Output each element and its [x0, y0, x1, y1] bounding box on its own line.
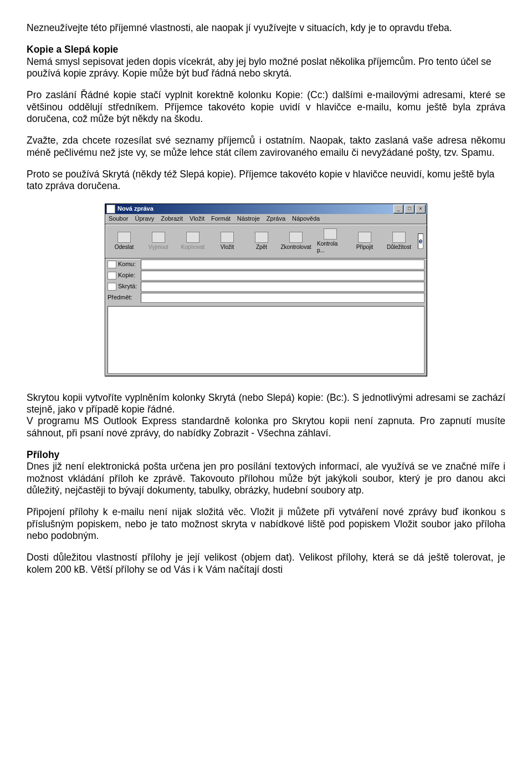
- paste-icon: [221, 232, 234, 243]
- menu-bar: Soubor Úpravy Zobrazit Vložit Formát Nás…: [105, 214, 427, 223]
- priority-icon: [392, 232, 406, 243]
- paste-button[interactable]: Vložit: [212, 231, 243, 252]
- body-paragraph: Dosti důležitou vlastností přílohy je je…: [27, 552, 505, 576]
- bcc-label: Skrytá:: [108, 283, 139, 291]
- body-paragraph: Připojení přílohy k e-mailu není nijak s…: [27, 506, 505, 542]
- section-heading: Kopie a Slepá kopie: [27, 44, 505, 55]
- attach-icon: [358, 232, 371, 243]
- check-icon: [289, 232, 303, 243]
- email-compose-window: Nová zpráva _ □ × Soubor Úpravy Zobrazit…: [105, 203, 427, 376]
- menu-item[interactable]: Soubor: [109, 215, 128, 222]
- cc-label: Kopie:: [108, 272, 139, 279]
- menu-item[interactable]: Nástroje: [237, 215, 260, 222]
- app-logo-icon: e: [418, 233, 423, 249]
- body-paragraph: Nemá smysl sepisovat jeden dopis vícekrá…: [27, 56, 505, 80]
- send-icon: [117, 232, 131, 243]
- copy-icon: [186, 232, 200, 243]
- menu-item[interactable]: Zobrazit: [161, 215, 183, 222]
- undo-button[interactable]: Zpět: [246, 231, 277, 252]
- close-button[interactable]: ×: [416, 205, 426, 213]
- section-heading: Přílohy: [27, 449, 505, 461]
- app-icon: [106, 205, 115, 213]
- to-label: Komu:: [108, 261, 139, 268]
- menu-item[interactable]: Úpravy: [135, 215, 154, 222]
- addressbook-icon: [108, 272, 116, 279]
- check-button[interactable]: Zkontrolovat: [280, 231, 311, 252]
- menu-item[interactable]: Formát: [211, 215, 231, 222]
- subject-field[interactable]: [141, 293, 424, 303]
- bcc-field[interactable]: [141, 282, 424, 292]
- cc-field[interactable]: [141, 271, 424, 281]
- body-paragraph: Dnes již není elektronická pošta určena …: [27, 461, 505, 496]
- priority-button[interactable]: Důležitost: [383, 231, 415, 252]
- to-field[interactable]: [141, 259, 424, 269]
- attach-button[interactable]: Připojit: [349, 231, 380, 252]
- cut-icon: [152, 232, 165, 243]
- copy-button[interactable]: Kopírovat: [177, 231, 208, 252]
- spell-icon: [324, 228, 337, 240]
- minimize-button[interactable]: _: [393, 205, 403, 213]
- addressbook-icon: [108, 283, 116, 291]
- body-paragraph: Skrytou kopii vytvoříte vyplněním kolonk…: [27, 392, 505, 416]
- undo-icon: [255, 232, 268, 243]
- body-paragraph: Zvažte, zda chcete rozesílat své seznamy…: [27, 135, 505, 159]
- message-body-input[interactable]: [108, 306, 424, 374]
- cut-button[interactable]: Vyjmout: [143, 231, 174, 252]
- menu-item[interactable]: Vložit: [190, 215, 204, 222]
- subject-label: Předmět:: [108, 294, 139, 301]
- window-titlebar: Nová zpráva _ □ ×: [105, 204, 427, 214]
- addressbook-icon: [108, 261, 116, 268]
- send-button[interactable]: Odeslat: [109, 231, 140, 252]
- menu-item[interactable]: Nápověda: [292, 215, 320, 222]
- toolbar: Odeslat Vyjmout Kopírovat Vložit Zpět Zk…: [105, 225, 427, 257]
- embedded-screenshot: Nová zpráva _ □ × Soubor Úpravy Zobrazit…: [27, 203, 505, 376]
- spell-button[interactable]: Kontrola p...: [315, 227, 346, 255]
- body-paragraph: Pro zaslání Řádné kopie stačí vyplnit ko…: [27, 89, 505, 125]
- body-paragraph: Nezneužívejte této příjemné vlastnosti, …: [27, 22, 505, 34]
- maximize-button[interactable]: □: [405, 205, 415, 213]
- body-paragraph: Proto se používá Skrytá (někdy též Slepá…: [27, 169, 505, 192]
- body-paragraph: V programu MS Outlook Express standardně…: [27, 415, 505, 439]
- window-title: Nová zpráva: [117, 205, 393, 212]
- menu-item[interactable]: Zpráva: [267, 215, 285, 222]
